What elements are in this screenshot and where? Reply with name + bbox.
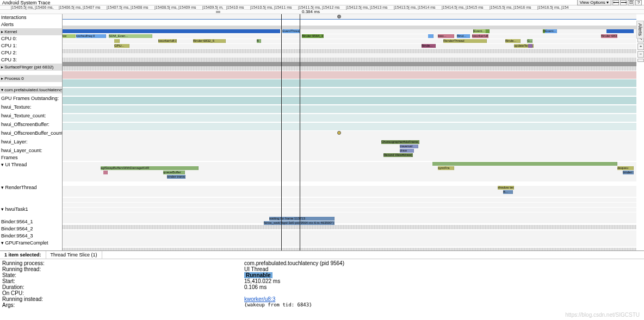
trace-slice[interactable]: GPU... xyxy=(114,44,129,48)
trace-slice[interactable]: traversal xyxy=(400,145,418,148)
start-value: 15,410.022 ms xyxy=(244,278,642,284)
sidebar-hwui-offscreen: hwui_OffscreenBuffer: xyxy=(0,120,62,128)
ruler-tick: |15412 ms xyxy=(322,5,340,9)
trace-slice[interactable]: Bind... xyxy=(457,34,470,38)
selection-line-end[interactable] xyxy=(300,14,300,250)
nav-fwd-button[interactable]: ⟶ xyxy=(620,0,627,5)
nav-back-button[interactable]: ⟵ xyxy=(612,0,619,5)
trace-slice[interactable]: kworker/u8:1.. xyxy=(158,39,177,43)
sidebar-binder2[interactable]: Binder:9564_2 xyxy=(0,225,62,233)
trace-slice[interactable]: eglSwapBuffersWithDamageKHR xyxy=(101,166,199,170)
sidebar-gpu-frames: GPU Frames Outstanding: xyxy=(0,93,62,102)
trace-slice[interactable]: kwo... xyxy=(438,34,454,38)
trace-slice[interactable] xyxy=(103,171,108,174)
zoom-out-button[interactable]: − xyxy=(637,51,644,58)
trace-slice[interactable]: Record View#draw() xyxy=(383,153,413,157)
trace-slice[interactable]: binder tran xyxy=(623,171,634,174)
thread-slice-tab[interactable]: Thread Time Slice (1) xyxy=(46,251,102,259)
ruler-tick: |15413.5| ms, xyxy=(394,5,417,9)
sidebar-ui-thread[interactable]: ▾ UI Thread xyxy=(0,161,62,179)
sidebar-cpu2[interactable]: CPU 2: xyxy=(0,49,62,57)
ruler-tick: |15414.5| ms, xyxy=(442,5,465,9)
time-ruler[interactable]: |15405.5| ms,|15406 ms,|15406.5| ms,|154… xyxy=(0,5,644,10)
sidebar-alerts[interactable]: Alerts xyxy=(0,21,62,28)
trace-slice[interactable]: B... xyxy=(503,190,513,194)
ruler-tick: |15414 ms xyxy=(418,5,436,9)
start-label: Start: xyxy=(2,278,244,284)
zoom-reset-button[interactable] xyxy=(637,59,644,62)
sidebar-surfaceflinger[interactable]: ▸ SurfaceFlinger (pid 6832) xyxy=(0,64,62,71)
trace-slice[interactable]: fence_wait("kgsl-3d0-pid-9564-ctx-6-ts-4… xyxy=(264,221,335,225)
selection-count-tab[interactable]: 1 item selected: xyxy=(0,251,46,259)
running-instead-value[interactable]: kworker/u8:3 xyxy=(244,296,275,302)
time-overlay-bar: 0.384 ms xyxy=(0,10,644,14)
trace-slice[interactable]: Binder:9564_3 xyxy=(302,34,324,38)
sidebar-render-thread[interactable]: ▾ RenderThread xyxy=(0,184,62,202)
trace-slice[interactable] xyxy=(428,34,434,38)
sidebar-process0[interactable]: ▸ Process 0 xyxy=(0,75,62,82)
sidebar-gpu-complet[interactable]: ▾ GPUFrameComplet xyxy=(0,240,62,247)
trace-slice[interactable]: syncFra xyxy=(438,166,454,170)
trace-slice[interactable]: B xyxy=(257,39,261,43)
ruler-tick: |15410.5| ms, xyxy=(250,5,273,9)
trace-slice[interactable]: kschedfreq:0 xyxy=(76,34,106,38)
sidebar-cpu1[interactable]: CPU 1: xyxy=(0,42,62,49)
trace-slice[interactable]: Choreographer#doFrame xyxy=(381,140,419,144)
ruler-tick: |15406 ms, xyxy=(35,5,54,9)
trace-slice[interactable] xyxy=(528,44,532,48)
view-options-dropdown[interactable]: View Options ▾ xyxy=(577,0,611,5)
ruler-tick: |15416 ms xyxy=(513,5,531,9)
trace-slice[interactable]: Binde... xyxy=(422,44,436,48)
trace-slice[interactable] xyxy=(606,29,634,33)
sidebar-hwui-offscreen-count: hwui_OffscreenBuffer_count: xyxy=(0,128,62,137)
sidebar-com-app[interactable]: ▾ com.prefabulated.touchlatency (pid 956… xyxy=(0,86,62,93)
trace-slice[interactable]: waiting for frame 113713 xyxy=(269,217,335,221)
zoom-in-button[interactable]: + xyxy=(637,43,644,50)
running-thread-value: UI Thread xyxy=(244,266,642,272)
time-overlay-text: 0.384 ms xyxy=(302,9,320,14)
ruler-tick: |154 xyxy=(561,5,569,9)
trace-slice[interactable] xyxy=(114,39,120,43)
sidebar-hwui-texture-count: hwui_Texture_count: xyxy=(0,111,62,120)
trace-slice[interactable]: binder transaction xyxy=(167,175,185,179)
sidebar-kernel[interactable]: ▸ Kernel xyxy=(0,28,62,35)
ruler-tick: |15408.5| ms, xyxy=(154,5,177,9)
trace-slice[interactable]: dequeu xyxy=(617,166,634,170)
sidebar-binder1[interactable]: Binder:9564_1 xyxy=(0,218,62,225)
trace-slice[interactable]: Event... xyxy=(474,29,486,33)
trace-slice[interactable]: draw xyxy=(400,149,414,153)
state-label: State: xyxy=(2,272,244,278)
help-button[interactable]: ? xyxy=(635,0,642,5)
args-value: {wakeup from tid: 6843} xyxy=(244,302,642,308)
ruler-tick: |15411.5| ms, xyxy=(298,5,321,9)
args-label: Args: xyxy=(2,302,244,308)
sidebar-cpu3[interactable]: CPU 3: xyxy=(0,57,62,64)
trace-slice[interactable]: kworker/u8... xyxy=(472,34,488,38)
sidebar-hwui-task[interactable]: ▾ hwuiTask1 xyxy=(0,206,62,213)
sidebar-frames: Frames xyxy=(0,154,62,161)
trace-slice[interactable]: queueBuffer xyxy=(163,171,185,174)
trace-slice[interactable]: EventThread xyxy=(282,29,300,33)
trace-slice[interactable]: Event... xyxy=(545,29,557,33)
trace-slice[interactable] xyxy=(63,29,280,33)
trace-slice[interactable]: RenderThread xyxy=(443,39,487,43)
tracks-area[interactable]: EventThreadB...Event...hwuiTask1Event...… xyxy=(63,14,644,250)
running-instead-label: Running instead: xyxy=(2,296,244,302)
duration-label: Duration: xyxy=(2,284,244,290)
ruler-tick: |15406.5| ms, xyxy=(59,5,82,9)
trace-slice[interactable]: Binde... xyxy=(505,39,521,43)
trace-slice[interactable]: kw xyxy=(63,34,76,38)
trace-slice[interactable]: Binder:6832 xyxy=(601,34,617,38)
sidebar-binder3[interactable]: Binder:9564_3 xyxy=(0,233,62,240)
alerts-side-tab[interactable]: Alerts xyxy=(636,21,644,39)
trace-slice[interactable]: Binder:6832_5 xyxy=(193,39,226,43)
trace-slice[interactable]: SDM_Even... xyxy=(109,34,152,38)
selection-line-start[interactable] xyxy=(281,14,282,250)
sidebar-cpu0[interactable]: CPU 0: xyxy=(0,35,62,42)
trace-slice[interactable]: G... xyxy=(527,39,532,43)
trace-slice[interactable]: shadow tess xyxy=(498,186,514,190)
ruler-tick: |15410 ms xyxy=(226,5,244,9)
trace-slice[interactable] xyxy=(432,162,617,166)
nav-home-button[interactable]: ⊡ xyxy=(628,0,634,5)
sidebar-interactions[interactable]: Interactions xyxy=(0,14,62,21)
